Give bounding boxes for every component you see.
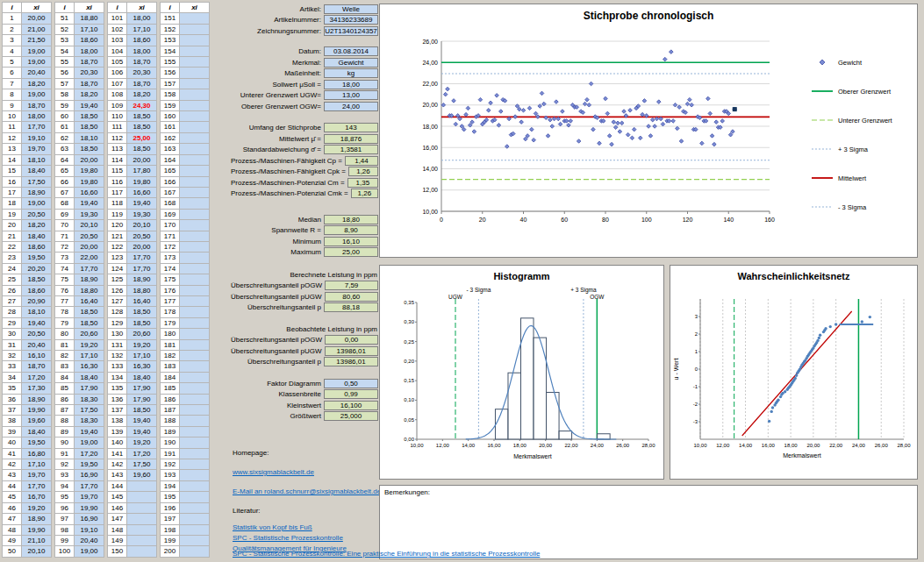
cell-value[interactable]: 19,50 xyxy=(75,459,104,470)
cell-index[interactable]: 196 xyxy=(161,502,180,513)
cell-index[interactable]: 163 xyxy=(161,144,180,154)
cell-value[interactable]: 20,00 xyxy=(127,154,157,165)
cell-index[interactable]: 108 xyxy=(108,89,127,100)
cell-index[interactable]: 13 xyxy=(3,144,22,154)
cell-value[interactable]: 19,00 xyxy=(22,198,52,209)
cell-index[interactable]: 150 xyxy=(108,546,127,557)
cell-index[interactable]: 85 xyxy=(55,383,75,394)
cell-index[interactable]: 180 xyxy=(161,329,180,339)
cell-value[interactable]: 16,80 xyxy=(22,448,52,459)
cell-index[interactable]: 6 xyxy=(3,68,22,78)
cell-index[interactable]: 161 xyxy=(161,122,180,132)
cell-index[interactable]: 109 xyxy=(108,100,127,110)
cell-index[interactable]: 100 xyxy=(55,546,75,557)
cell-index[interactable]: 98 xyxy=(55,524,75,535)
cell-value[interactable]: 18,50 xyxy=(127,111,157,122)
cell-value[interactable]: 17,50 xyxy=(127,459,157,470)
cell-index[interactable]: 192 xyxy=(161,459,180,470)
cell-value[interactable] xyxy=(180,480,210,491)
cell-value[interactable]: 18,40 xyxy=(75,372,104,382)
cell-index[interactable]: 88 xyxy=(55,416,75,426)
cell-value[interactable] xyxy=(180,122,210,132)
cell-index[interactable]: 32 xyxy=(3,351,22,361)
cell-value[interactable]: 18,90 xyxy=(75,274,104,285)
cell-value[interactable] xyxy=(180,459,210,470)
cell-index[interactable]: 63 xyxy=(55,144,75,154)
cell-index[interactable]: 110 xyxy=(108,111,127,122)
cell-value[interactable]: 17,80 xyxy=(127,166,157,176)
cell-index[interactable]: 145 xyxy=(108,492,127,502)
cell-index[interactable]: 93 xyxy=(55,470,75,480)
cell-value[interactable]: 18,60 xyxy=(22,241,52,252)
cell-index[interactable]: 71 xyxy=(55,231,75,241)
cell-index[interactable]: 179 xyxy=(161,317,180,328)
cell-index[interactable]: 165 xyxy=(161,166,180,176)
cell-index[interactable]: 172 xyxy=(161,241,180,252)
cell-index[interactable]: 18 xyxy=(3,198,22,209)
cell-index[interactable]: 81 xyxy=(55,339,75,350)
cell-index[interactable]: 3 xyxy=(3,35,22,46)
cell-value[interactable]: 18,10 xyxy=(22,307,52,317)
cell-value[interactable]: 22,00 xyxy=(75,253,104,263)
cell-value[interactable]: 16,70 xyxy=(22,492,52,502)
cell-value[interactable] xyxy=(180,514,210,524)
cell-value[interactable] xyxy=(180,448,210,459)
form-value-standardabweichung[interactable]: 1,3581 xyxy=(324,145,378,154)
cell-value[interactable] xyxy=(180,231,210,241)
cell-index[interactable]: 41 xyxy=(3,448,22,459)
cell-value[interactable] xyxy=(180,274,210,285)
cell-index[interactable]: 17 xyxy=(3,187,22,197)
cell-index[interactable]: 164 xyxy=(161,154,180,165)
cell-index[interactable]: 107 xyxy=(108,78,127,89)
cell-value[interactable]: 20,90 xyxy=(22,295,52,306)
cell-value[interactable] xyxy=(180,100,210,110)
cell-index[interactable]: 75 xyxy=(55,274,75,285)
form-value-merkmal[interactable]: Gewicht xyxy=(324,58,378,68)
cell-value[interactable]: 19,60 xyxy=(22,416,52,426)
cell-value[interactable] xyxy=(180,35,210,46)
form-value-cpk[interactable]: 1,26 xyxy=(348,167,378,176)
cell-value[interactable]: 17,10 xyxy=(75,351,104,361)
cell-index[interactable]: 134 xyxy=(108,372,127,382)
cell-index[interactable]: 103 xyxy=(108,35,127,46)
cell-index[interactable]: 157 xyxy=(161,78,180,89)
cell-value[interactable] xyxy=(180,111,210,122)
cell-index[interactable]: 111 xyxy=(108,122,127,132)
cell-index[interactable]: 184 xyxy=(161,372,180,382)
cell-value[interactable] xyxy=(180,198,210,209)
cell-index[interactable]: 37 xyxy=(3,405,22,416)
cell-value[interactable]: 17,90 xyxy=(127,383,157,394)
cell-index[interactable]: 187 xyxy=(161,405,180,416)
cell-index[interactable]: 26 xyxy=(3,285,22,295)
cell-index[interactable]: 158 xyxy=(161,89,180,100)
form-value-unterer-grenzwert[interactable]: 13,00 xyxy=(324,90,378,100)
cell-index[interactable]: 120 xyxy=(108,220,127,231)
cell-index[interactable]: 159 xyxy=(161,100,180,110)
cell-value[interactable]: 18,90 xyxy=(22,187,52,197)
cell-index[interactable]: 144 xyxy=(108,480,127,491)
cell-value[interactable] xyxy=(180,176,210,187)
cell-value[interactable] xyxy=(127,535,157,545)
cell-index[interactable]: 191 xyxy=(161,448,180,459)
cell-value[interactable]: 19,00 xyxy=(22,46,52,56)
form-value-p-ogw-beobachtet[interactable]: 0,00 xyxy=(325,335,378,345)
cell-index[interactable]: 84 xyxy=(55,372,75,382)
cell-value[interactable]: 18,00 xyxy=(127,46,157,56)
cell-index[interactable]: 7 xyxy=(3,78,22,89)
cell-index[interactable]: 200 xyxy=(161,546,180,557)
cell-value[interactable] xyxy=(180,187,210,197)
form-value-p-ugw-beobachtet[interactable]: 13986,01 xyxy=(325,346,378,356)
cell-index[interactable]: 79 xyxy=(55,317,75,328)
cell-value[interactable] xyxy=(127,492,157,502)
cell-value[interactable]: 21,00 xyxy=(22,24,52,34)
cell-value[interactable]: 20,60 xyxy=(127,329,157,339)
cell-index[interactable]: 154 xyxy=(161,46,180,56)
cell-index[interactable]: 60 xyxy=(55,111,75,122)
cell-index[interactable]: 149 xyxy=(108,535,127,545)
cell-value[interactable]: 18,20 xyxy=(75,89,104,100)
cell-index[interactable]: 15 xyxy=(3,166,22,176)
cell-index[interactable]: 119 xyxy=(108,209,127,219)
cell-value[interactable] xyxy=(180,372,210,382)
cell-value[interactable]: 17,50 xyxy=(75,405,104,416)
cell-index[interactable]: 31 xyxy=(3,339,22,350)
